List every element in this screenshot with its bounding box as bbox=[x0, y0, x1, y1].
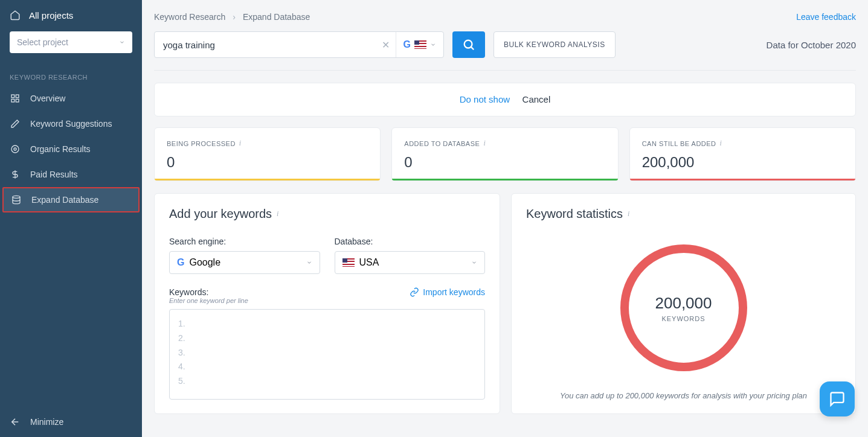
svg-rect-2 bbox=[11, 99, 14, 102]
arrow-left-icon bbox=[10, 416, 21, 427]
search-engine-label: Search engine: bbox=[169, 237, 320, 246]
keywords-hint: Enter one keyword per line bbox=[169, 297, 248, 304]
breadcrumb-root[interactable]: Keyword Research bbox=[154, 12, 225, 22]
keywords-label: Keywords: bbox=[169, 287, 248, 297]
sidebar: All projects Select project KEYWORD RESE… bbox=[0, 0, 142, 437]
keywords-textarea[interactable]: 1. 2. 3. 4. 5. bbox=[169, 309, 485, 400]
stat-card-processed: BEING PROCESSEDi 0 bbox=[154, 127, 381, 181]
minimize-button[interactable]: Minimize bbox=[0, 407, 142, 437]
import-label: Import keywords bbox=[423, 287, 485, 297]
donut-label: KEYWORDS bbox=[661, 315, 705, 322]
search-icon bbox=[462, 38, 475, 51]
all-projects-label: All projects bbox=[29, 10, 73, 21]
us-flag-icon bbox=[414, 40, 426, 49]
stat-card-remaining: CAN STILL BE ADDEDi 200,000 bbox=[629, 127, 856, 181]
main-content: Keyword Research › Expand Database Leave… bbox=[142, 0, 868, 437]
database-select[interactable]: USA bbox=[335, 251, 486, 274]
panel-title: Add your keywords bbox=[169, 207, 272, 221]
pencil-icon bbox=[10, 118, 21, 129]
stat-card-added: ADDED TO DATABASEi 0 bbox=[391, 127, 618, 181]
svg-point-7 bbox=[13, 196, 20, 198]
svg-rect-0 bbox=[11, 95, 14, 98]
chevron-down-icon bbox=[430, 42, 436, 48]
sidebar-item-overview[interactable]: Overview bbox=[0, 86, 142, 111]
keyword-statistics-panel: Keyword statisticsi 200,000 KEYWORDS You… bbox=[511, 193, 856, 414]
google-icon: G bbox=[403, 39, 411, 50]
cancel-link[interactable]: Cancel bbox=[522, 94, 551, 104]
kw-line: 4. bbox=[178, 360, 476, 374]
sidebar-item-label: Overview bbox=[30, 94, 65, 103]
grid-icon bbox=[10, 93, 21, 104]
chevron-down-icon bbox=[306, 260, 312, 266]
clear-icon[interactable]: ✕ bbox=[376, 39, 396, 51]
leave-feedback-link[interactable]: Leave feedback bbox=[796, 12, 856, 22]
svg-rect-3 bbox=[16, 99, 19, 102]
chat-fab[interactable] bbox=[820, 381, 855, 416]
select-value: USA bbox=[359, 257, 379, 268]
sidebar-item-label: Expand Database bbox=[31, 195, 98, 205]
chevron-down-icon bbox=[471, 260, 477, 266]
bulk-analysis-button[interactable]: BULK KEYWORD ANALYSIS bbox=[493, 31, 616, 58]
search-box: ✕ G bbox=[154, 31, 444, 58]
info-icon[interactable]: i bbox=[720, 139, 722, 148]
sidebar-item-paid[interactable]: Paid Results bbox=[0, 162, 142, 187]
project-select-placeholder: Select project bbox=[17, 37, 68, 47]
engine-country-selector[interactable]: G bbox=[396, 32, 443, 57]
sidebar-item-label: Paid Results bbox=[30, 170, 78, 179]
sidebar-item-label: Organic Results bbox=[30, 144, 91, 154]
svg-point-9 bbox=[465, 40, 472, 48]
database-icon bbox=[11, 194, 22, 205]
us-flag-icon bbox=[342, 258, 355, 267]
sidebar-item-suggestions[interactable]: Keyword Suggestions bbox=[0, 111, 142, 136]
search-button[interactable] bbox=[452, 31, 485, 58]
kw-line: 5. bbox=[178, 374, 476, 389]
stat-label: BEING PROCESSED bbox=[167, 140, 236, 147]
info-icon[interactable]: i bbox=[239, 139, 242, 148]
search-engine-select[interactable]: G Google bbox=[169, 251, 320, 274]
svg-line-10 bbox=[471, 47, 474, 50]
svg-rect-1 bbox=[16, 95, 19, 98]
info-icon[interactable]: i bbox=[483, 139, 486, 148]
dollar-icon bbox=[10, 169, 21, 180]
database-label: Database: bbox=[335, 237, 486, 246]
stat-value: 200,000 bbox=[642, 154, 843, 171]
sidebar-section-label: KEYWORD RESEARCH bbox=[0, 63, 142, 86]
panel-title: Keyword statistics bbox=[526, 207, 623, 221]
donut-value: 200,000 bbox=[655, 294, 712, 313]
link-icon bbox=[410, 287, 419, 297]
minimize-label: Minimize bbox=[30, 417, 63, 427]
stat-label: ADDED TO DATABASE bbox=[404, 140, 480, 147]
sidebar-item-expand-database[interactable]: Expand Database bbox=[2, 187, 140, 212]
project-select[interactable]: Select project bbox=[10, 31, 132, 53]
donut-note: You can add up to 200,000 keywords for a… bbox=[560, 391, 807, 400]
kw-line: 3. bbox=[178, 346, 476, 360]
stat-label: CAN STILL BE ADDED bbox=[642, 140, 716, 147]
info-icon[interactable]: i bbox=[628, 209, 629, 218]
home-icon bbox=[10, 10, 21, 21]
all-projects-link[interactable]: All projects bbox=[10, 10, 132, 21]
info-icon[interactable]: i bbox=[277, 209, 278, 218]
keyword-search-input[interactable] bbox=[155, 40, 376, 50]
breadcrumb: Keyword Research › Expand Database bbox=[154, 12, 310, 22]
svg-point-4 bbox=[11, 145, 19, 153]
breadcrumb-current: Expand Database bbox=[243, 12, 310, 22]
chevron-right-icon: › bbox=[233, 12, 236, 22]
sidebar-item-organic[interactable]: Organic Results bbox=[0, 136, 142, 162]
add-keywords-panel: Add your keywordsi Search engine: G Goog… bbox=[154, 193, 500, 414]
chat-icon bbox=[829, 391, 846, 407]
stat-value: 0 bbox=[404, 154, 605, 171]
sidebar-item-label: Keyword Suggestions bbox=[30, 119, 112, 129]
kw-line: 2. bbox=[178, 331, 476, 346]
kw-line: 1. bbox=[178, 317, 476, 331]
chevron-down-icon bbox=[119, 39, 125, 45]
target-icon bbox=[10, 144, 21, 155]
do-not-show-link[interactable]: Do not show bbox=[460, 94, 510, 104]
keywords-donut-chart: 200,000 KEYWORDS bbox=[619, 243, 749, 373]
import-keywords-link[interactable]: Import keywords bbox=[410, 287, 485, 297]
data-period-label: Data for October 2020 bbox=[767, 40, 856, 50]
notice-banner: Do not show Cancel bbox=[154, 83, 856, 116]
google-icon: G bbox=[177, 257, 184, 268]
svg-point-5 bbox=[14, 148, 16, 150]
stat-value: 0 bbox=[167, 154, 368, 171]
select-value: Google bbox=[189, 257, 220, 268]
